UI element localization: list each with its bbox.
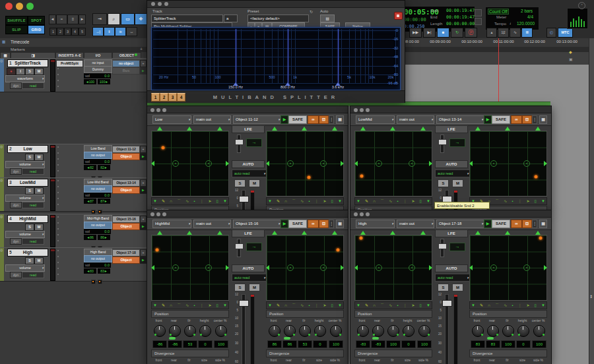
mute-button[interactable]: M xyxy=(34,224,44,231)
add-marker-button[interactable]: + xyxy=(140,47,143,51)
close-icon[interactable] xyxy=(150,212,154,216)
track-name[interactable]: 5High xyxy=(7,249,48,257)
pan-grid[interactable] xyxy=(469,131,547,197)
track-freeze-icon[interactable]: ◎ xyxy=(0,248,3,252)
fader-thumb[interactable] xyxy=(239,300,249,307)
arc-down-tool-icon[interactable]: ⌒ xyxy=(495,198,499,204)
object-enable-button[interactable]: ▶ xyxy=(484,220,492,228)
expand-window-button[interactable]: ⊡ xyxy=(319,220,329,228)
dots-tool-icon[interactable]: ⋮ xyxy=(403,302,407,309)
minimize-icon[interactable] xyxy=(360,212,364,216)
scroll-nub-icon[interactable]: ⇕ xyxy=(589,294,593,299)
pencil-tool-icon[interactable]: ✎ xyxy=(365,198,368,204)
center-knob[interactable] xyxy=(533,325,545,337)
bottom-speaker-icon[interactable]: ▼ xyxy=(541,198,545,204)
automation-mode-selector[interactable]: auto read▾ xyxy=(435,169,470,177)
object-play-icon[interactable]: ▶ xyxy=(140,153,147,160)
track-row[interactable]: ◎ 5High S M volume▾ dyn read High Band n… xyxy=(0,247,147,282)
minimize-icon[interactable] xyxy=(156,212,160,216)
track-view-selector[interactable]: volume▾ xyxy=(5,231,45,238)
target-button[interactable] xyxy=(394,12,403,20)
object-assignment[interactable]: Object 17-18 xyxy=(112,249,140,257)
link-channels-button[interactable]: ∞ xyxy=(308,220,319,228)
pan-readout[interactable]: ◄8686► xyxy=(84,235,111,240)
waveform-zoom-icon[interactable]: ≈ xyxy=(56,15,67,24)
volume-readout[interactable]: vol0.0 xyxy=(84,193,111,198)
object-position-dot[interactable] xyxy=(534,175,537,178)
track-view-selector[interactable]: volume▾ xyxy=(5,264,45,272)
more-options-button[interactable]: ⋮ xyxy=(329,220,334,228)
arrow-tool-icon[interactable]: ➤ xyxy=(323,302,327,309)
metronome-button[interactable]: ▲ xyxy=(486,28,497,38)
dot-tool-icon[interactable]: • xyxy=(512,198,513,204)
solo-button[interactable]: S xyxy=(25,154,34,161)
crossover-freq-1[interactable]: 150.0 Hz xyxy=(228,85,243,89)
panner-output-selector[interactable]: main out▾ xyxy=(397,115,434,124)
volume-readout[interactable]: vol0.0 xyxy=(84,159,111,164)
zoom-preset-4[interactable]: 4 xyxy=(71,28,79,36)
plugin-window-titlebar[interactable] xyxy=(147,1,405,8)
grabber-tool-button[interactable]: ✥ xyxy=(135,13,147,25)
object-position-dot[interactable] xyxy=(360,236,363,239)
solo-button[interactable]: S xyxy=(438,284,449,291)
mute-button[interactable]: M xyxy=(452,284,463,291)
zoom-preset-1[interactable]: 1 xyxy=(50,28,57,36)
bottom-speaker-icon[interactable]: ▼ xyxy=(268,302,272,309)
sub-counter[interactable]: 00:00:00 xyxy=(404,17,426,22)
pan-right-value[interactable]: 87► xyxy=(98,198,110,204)
pan-grid[interactable] xyxy=(354,235,432,301)
dots-tool-icon[interactable]: ⋮ xyxy=(403,198,407,204)
pan-grid[interactable] xyxy=(266,131,344,197)
pan-readout[interactable]: ◄8787► xyxy=(84,198,111,204)
solo-button[interactable]: S xyxy=(438,179,449,187)
dot-tool-icon[interactable]: • xyxy=(193,302,195,309)
mute-button[interactable]: M xyxy=(249,179,260,187)
count-in-button[interactable]: 1|2 xyxy=(498,28,509,38)
volume-fader[interactable] xyxy=(242,294,246,364)
ruler-icon[interactable]: ▦ xyxy=(2,40,5,44)
trim-tool-button[interactable]: ▭ xyxy=(121,13,135,25)
preset-selector[interactable]: <factory default> xyxy=(248,15,309,22)
mode-shuffle-button[interactable]: SHUFFLE xyxy=(5,16,28,25)
fast-forward-button[interactable]: ▶▶ xyxy=(409,28,422,38)
solo-button[interactable]: S xyxy=(25,68,34,75)
dot-tool-icon[interactable]: • xyxy=(308,198,310,204)
object-plus-button[interactable]: + xyxy=(140,60,147,67)
volume-readout[interactable]: vol0.0 xyxy=(84,262,111,268)
pan-grid[interactable] xyxy=(266,235,344,301)
pan-right-value[interactable]: 83► xyxy=(98,268,110,274)
arc-down-tool-icon[interactable]: ⌒ xyxy=(380,302,384,309)
right-speaker-icon[interactable] xyxy=(544,265,547,270)
pencil-tool-icon[interactable]: ✎ xyxy=(277,302,280,309)
bottom-speaker-icon[interactable]: ▼ xyxy=(471,302,475,309)
insert-plugin-button[interactable]: ProMBSplit xyxy=(56,60,83,67)
output-selector[interactable]: no output xyxy=(84,152,112,159)
center-knob[interactable] xyxy=(330,325,342,337)
track-view-selector[interactable]: volume▾ xyxy=(5,195,45,202)
panner-output-selector[interactable]: main out▾ xyxy=(397,220,434,228)
crossover-freq-2[interactable]: 800.0 Hz xyxy=(280,85,295,89)
front-knob[interactable] xyxy=(269,325,280,337)
panner-titlebar[interactable] xyxy=(350,210,551,218)
panner-track-selector[interactable]: High▾ xyxy=(356,220,395,228)
lfe-fader[interactable] xyxy=(440,239,444,257)
bottom-speaker-icon[interactable]: ▼ xyxy=(153,302,157,309)
close-window-button[interactable] xyxy=(5,3,13,10)
timebase-label[interactable]: Timecode xyxy=(11,40,29,44)
zoom-in-arrow[interactable]: ► xyxy=(79,15,86,24)
zoom-icon[interactable] xyxy=(366,212,370,216)
arc-down-tool-icon[interactable]: ⌒ xyxy=(177,302,181,309)
object-position-dot[interactable] xyxy=(336,248,339,251)
fr-knob[interactable] xyxy=(387,325,399,337)
center-knob[interactable] xyxy=(418,325,430,337)
height-knob[interactable] xyxy=(403,325,414,337)
marker-grid-icon[interactable]: ◆ xyxy=(569,49,572,54)
output-selector[interactable]: no output xyxy=(84,255,112,262)
bottom-speaker-icon[interactable]: ▼ xyxy=(541,302,545,309)
object-toggle-button[interactable]: Object xyxy=(112,257,140,264)
panner-track-selector[interactable]: Low▾ xyxy=(152,115,191,124)
pan-readout[interactable]: ◄8383► xyxy=(84,268,111,274)
count-off-toggle[interactable]: Count Off xyxy=(488,9,509,15)
panner-track-selector[interactable]: HighMid▾ xyxy=(152,220,191,228)
object-toggle-button[interactable]: Object xyxy=(112,187,140,194)
